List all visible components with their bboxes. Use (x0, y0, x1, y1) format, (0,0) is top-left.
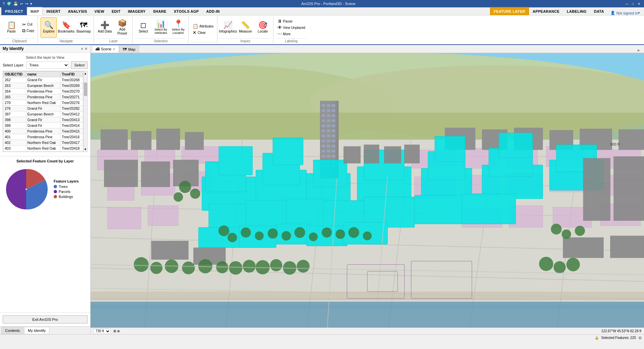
map-viewport[interactable]: 900 ft (91, 53, 644, 328)
tab-addin[interactable]: ADD-IN (203, 7, 223, 15)
tab-appearance[interactable]: APPEARANCE (529, 7, 563, 15)
title-bar: ? 🌍 💾 ↩ ↪ ▾ ArcGIS Pro - Portland3D - Sc… (0, 0, 644, 7)
table-row[interactable]: 397European BeechTree/20412 (3, 111, 83, 117)
table-row[interactable]: 398Grand FirTree/20413 (3, 117, 83, 123)
select-button[interactable]: Select (71, 61, 88, 69)
add-preset-btn[interactable]: 📦 Add Preset (114, 17, 130, 38)
help-icon[interactable]: ? (3, 2, 5, 6)
table-row[interactable]: 263European BeechTree/20269 (3, 83, 83, 89)
redo-icon[interactable]: ↪ (25, 2, 28, 6)
table-row[interactable]: 400Ponderosa PineTree/20415 (3, 129, 83, 134)
more-btn[interactable]: ⋯ More (276, 31, 307, 37)
table-row[interactable]: 265Ponderosa PineTree/20271 (3, 94, 83, 100)
svg-rect-56 (332, 109, 335, 112)
map-coords-bar: 730 ft 1 mi 5 mi ⊞ ⊕ 122.67°W 45.53°N 62… (91, 328, 644, 334)
zoom-btn[interactable]: ⊕ (117, 329, 120, 333)
tab-project[interactable]: PROJECT (1, 7, 27, 15)
tab-map[interactable]: MAP (27, 7, 43, 15)
tab-share[interactable]: SHARE (149, 7, 170, 15)
tab-imagery[interactable]: IMAGERY (124, 7, 149, 15)
close-btn[interactable]: ✕ (637, 1, 641, 6)
resize-handle[interactable]: ⊡ (639, 336, 641, 340)
panel-close-btn[interactable]: ✕ (85, 47, 88, 51)
nav-btn[interactable]: ⊞ (113, 329, 116, 333)
legend-parcels: Parcels (54, 190, 79, 194)
scroll-indicator[interactable]: ▲ ▼ (83, 71, 87, 152)
layer-select[interactable]: Trees (26, 61, 69, 69)
quick-save-icon[interactable]: 💾 (13, 2, 18, 6)
locate-btn[interactable]: 🎯 Locate (255, 17, 271, 38)
user-icon: 👤 (610, 11, 615, 15)
tab-feature-layer[interactable]: FEATURE LAYER (490, 7, 529, 15)
map-tab[interactable]: 🗺 Map (119, 45, 139, 53)
clear-btn[interactable]: ✕ Clear (191, 30, 215, 36)
attributes-btn[interactable]: 📋 Attributes (191, 23, 215, 29)
select-layer-row: Select Layer: Trees Select (3, 61, 88, 69)
svg-point-160 (243, 260, 256, 272)
contents-tab[interactable]: Contents (1, 327, 23, 334)
tab-analysis[interactable]: ANALYSIS (64, 7, 91, 15)
tab-insert[interactable]: INSERT (43, 7, 64, 15)
pause-btn[interactable]: ⏸ Pause (276, 18, 307, 24)
scene-tab[interactable]: 🏙 Scene ✕ (92, 45, 119, 53)
scene-tab-close[interactable]: ✕ (113, 47, 115, 51)
my-identify-tab[interactable]: My Identify (24, 327, 49, 334)
explore-icon: 🔍 (44, 21, 53, 29)
add-data-btn[interactable]: ➕ Add Data (97, 17, 113, 38)
map-tab-label: Map (128, 47, 135, 51)
table-row[interactable]: 270Northern Red OakTree/20276 (3, 100, 83, 106)
select-by-loc-btn[interactable]: 📍 Select By Location (170, 17, 186, 38)
table-row[interactable]: 404Northern Red OakTree/20419 (3, 151, 83, 152)
table-row[interactable]: 264Ponderosa PineTree/20270 (3, 89, 83, 94)
svg-point-144 (294, 227, 305, 238)
svg-rect-63 (322, 124, 325, 127)
svg-point-167 (567, 258, 580, 271)
scale-selector[interactable]: 730 ft 1 mi 5 mi (93, 329, 111, 334)
svg-rect-132 (364, 145, 379, 163)
labeling-label: Labeling (276, 38, 307, 43)
view-unplaced-btn[interactable]: 👁 View Unplaced (276, 24, 307, 31)
paste-btn[interactable]: 📋 Paste (3, 17, 19, 38)
svg-rect-55 (327, 109, 330, 112)
tab-edit[interactable]: EDIT (108, 7, 124, 15)
scroll-up-btn[interactable]: ▲ (84, 71, 87, 76)
tab-labeling[interactable]: LABELING (563, 7, 590, 15)
table-row[interactable]: 399Grand FirTree/20414 (3, 123, 83, 129)
undo-icon[interactable]: ↩ (20, 2, 23, 6)
table-row[interactable]: 401Ponderosa PineTree/20416 (3, 134, 83, 140)
table-scroll[interactable]: OBJECTID name TreeFID 262Grand FirTree/2… (3, 71, 87, 152)
table-row[interactable]: 403Northern Red OakTree/20418 (3, 146, 83, 151)
select-by-attr-btn[interactable]: 📊 Select By Attributes (153, 17, 169, 38)
tab-view[interactable]: VIEW (91, 7, 108, 15)
svg-rect-59 (332, 114, 335, 117)
copy-btn[interactable]: ⧉ Copy (21, 28, 36, 34)
table-row[interactable]: 402Northern Red OakTree/20417 (3, 140, 83, 146)
maximize-btn[interactable]: □ (631, 1, 635, 6)
svg-point-138 (218, 226, 229, 236)
infographics-btn[interactable]: 📈 Infographics (220, 17, 236, 38)
svg-point-135 (179, 181, 191, 193)
app-title: ArcGIS Pro - Portland3D - Scene (32, 2, 625, 6)
signin-btn[interactable]: 👤 Not signed in ▾ (608, 11, 643, 15)
bookmarks-btn[interactable]: 🔖 Bookmarks (58, 17, 74, 38)
svg-rect-134 (405, 145, 420, 163)
exit-arcgis-btn[interactable]: Exit ArcGIS Pro (3, 315, 88, 323)
select-btn-ribbon[interactable]: ◻ Select (135, 17, 151, 38)
svg-rect-53 (332, 104, 335, 107)
panel-menu-btn[interactable]: ≡ (81, 47, 83, 51)
basemap-btn[interactable]: 🗺 Basemap (75, 17, 92, 38)
group-feature-selection: 📋 Attributes ✕ Clear (189, 16, 217, 44)
svg-rect-65 (332, 124, 335, 127)
pause-icon: ⏸ (277, 18, 282, 24)
tab-xtools[interactable]: XTOOLS AGP (170, 7, 203, 15)
explore-btn[interactable]: 🔍 Explore (41, 17, 57, 38)
measure-btn[interactable]: 📏 Measure (237, 17, 254, 38)
table-row[interactable]: 262Grand FirTree/20268 (3, 77, 83, 83)
table-row[interactable]: 276Grand FirTree/20282 (3, 106, 83, 111)
svg-rect-34 (148, 205, 178, 226)
map-scroll-right[interactable]: ▸ (638, 47, 640, 53)
scroll-down-btn[interactable]: ▼ (84, 147, 87, 152)
minimize-btn[interactable]: — (625, 1, 629, 6)
tab-data[interactable]: DATA (590, 7, 608, 15)
cut-btn[interactable]: ✂ Cut (21, 21, 36, 28)
